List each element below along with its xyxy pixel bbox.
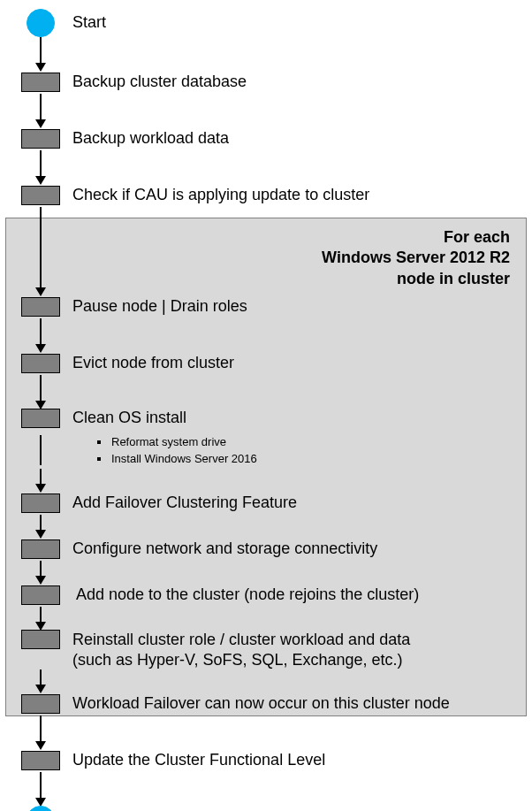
connector [21, 515, 532, 538]
process-rect [21, 297, 60, 317]
start-node: Start [21, 9, 532, 37]
step-label: Clean OS install [72, 409, 186, 428]
process-rect [21, 493, 60, 513]
step-label: Backup cluster database [72, 73, 247, 92]
step-backup-workload: Backup workload data [21, 127, 532, 150]
step-add-failover: Add Failover Clustering Feature [21, 492, 532, 515]
step-check-cau: Check if CAU is applying update to clust… [21, 184, 532, 207]
step-label: Workload Failover can now occur on this … [72, 694, 450, 714]
finish-circle [27, 806, 55, 811]
step-label: Backup workload data [72, 129, 229, 149]
connector [21, 375, 532, 409]
process-rect [21, 630, 60, 649]
bullet-item: Install Windows Server 2016 [97, 452, 532, 465]
step-add-node: Add node to the cluster (node rejoins th… [21, 584, 532, 607]
start-circle [27, 9, 55, 37]
connector-long [21, 207, 532, 295]
step-failover-ok: Workload Failover can now occur on this … [21, 692, 532, 715]
step-label-multi: Reinstall cluster role / cluster workloa… [72, 630, 410, 669]
process-rect [21, 694, 60, 714]
step-reinstall-role: Reinstall cluster role / cluster workloa… [21, 630, 532, 669]
process-rect [21, 73, 60, 92]
step-label: Pause node | Drain roles [72, 297, 247, 317]
step-bullets: Reformat system drive Install Windows Se… [97, 435, 532, 465]
process-rect [21, 129, 60, 149]
step-clean-install: Clean OS install [21, 409, 532, 432]
step-label: Configure network and storage connectivi… [72, 539, 377, 559]
step-label-line: (such as Hyper-V, SoFS, SQL, Exchange, e… [72, 650, 410, 670]
step-label-line: Reinstall cluster role / cluster workloa… [72, 630, 410, 650]
connector [21, 94, 532, 127]
step-update-cluster-level: Update the Cluster Functional Level [21, 749, 532, 772]
step-label: Update the Cluster Functional Level [72, 751, 325, 770]
step-label: Add node to the cluster (node rejoins th… [76, 585, 419, 605]
connector [21, 561, 532, 584]
finish-node: Finish [21, 806, 532, 811]
step-configure-net: Configure network and storage connectivi… [21, 538, 532, 561]
process-rect [21, 354, 60, 373]
connector [21, 150, 532, 184]
process-rect [21, 186, 60, 205]
process-rect [21, 409, 60, 428]
step-label: Add Failover Clustering Feature [72, 493, 297, 513]
process-rect [21, 539, 60, 559]
connector [21, 318, 532, 352]
step-label: Check if CAU is applying update to clust… [72, 186, 369, 205]
step-pause-drain: Pause node | Drain roles [21, 295, 532, 318]
process-rect [21, 585, 60, 605]
step-evict: Evict node from cluster [21, 352, 532, 375]
flowchart: For each Windows Server 2012 R2 node in … [0, 0, 532, 811]
bullet-text: Reformat system drive [111, 435, 226, 448]
connector [21, 607, 532, 630]
step-backup-db: Backup cluster database [21, 71, 532, 94]
step-label: Evict node from cluster [72, 354, 234, 373]
process-rect [21, 751, 60, 770]
start-label: Start [72, 13, 106, 33]
connector [21, 37, 532, 71]
connector [21, 772, 532, 806]
connector [21, 469, 532, 492]
bullet-text: Install Windows Server 2016 [111, 452, 257, 465]
connector [21, 715, 532, 749]
bullet-item: Reformat system drive [97, 435, 532, 448]
connector [21, 669, 532, 692]
